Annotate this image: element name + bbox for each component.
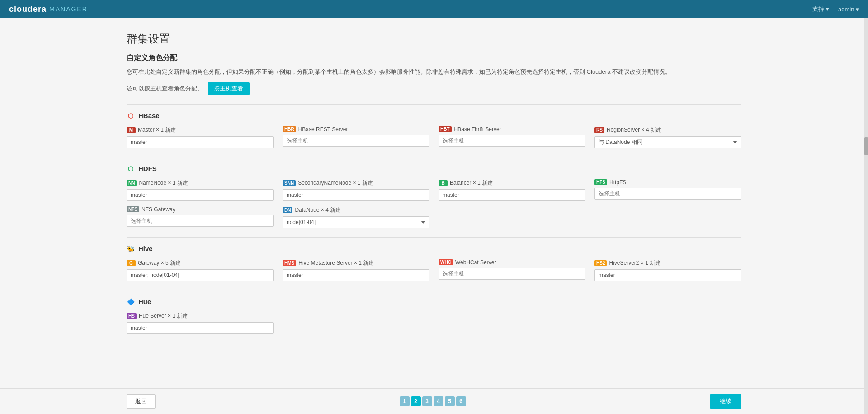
hbase-region-item: RS RegionServer × 4 新建 与 DataNode 相同: [594, 126, 741, 148]
hive-gateway-item: G Gateway × 5 新建: [127, 259, 274, 281]
hdfs-snn-badge: SNN: [283, 180, 296, 186]
hbase-header: ⬡ HBase: [127, 112, 741, 120]
hbase-rest-input[interactable]: [283, 135, 429, 147]
hdfs-nfs-text: NFS Gateway: [142, 206, 175, 213]
hbase-master-text: Master × 1 新建: [138, 126, 176, 134]
hive-roles-grid: G Gateway × 5 新建 HMS Hive Metastore Serv…: [127, 259, 741, 281]
admin-menu[interactable]: admin ▾: [838, 6, 859, 13]
hdfs-balancer-item: B Balancer × 1 新建: [439, 179, 585, 201]
hdfs-snn-input[interactable]: [283, 189, 429, 201]
hive-webhcat-text: WebHCat Server: [455, 259, 496, 266]
hbase-master-input[interactable]: [127, 136, 274, 148]
hdfs-header: ⬡ HDFS: [127, 165, 741, 173]
hdfs-httpfs-text: HttpFS: [609, 179, 626, 186]
hbase-rest-text: HBase REST Server: [298, 126, 348, 133]
hdfs-datanode-select[interactable]: node[01-04]: [283, 216, 429, 228]
pagination: 1 2 3 4 5 6: [400, 396, 466, 406]
hbase-region-badge: RS: [594, 127, 604, 133]
hdfs-httpfs-label: HFS HttpFS: [594, 179, 741, 186]
hive-webhcat-item: WHC WebHCat Server: [439, 259, 585, 281]
hdfs-namenode-input[interactable]: [127, 189, 274, 201]
hive-server2-label: HS2 HiveServer2 × 1 新建: [594, 259, 741, 267]
support-menu[interactable]: 支持 ▾: [812, 5, 829, 13]
hive-icon: 🐝: [127, 245, 135, 253]
hbase-thrift-input[interactable]: [439, 135, 585, 147]
page-title: 群集设置: [127, 32, 741, 46]
hdfs-datanode-badge: DN: [283, 207, 292, 213]
page-2[interactable]: 2: [411, 396, 421, 406]
continue-button[interactable]: 继续: [710, 394, 741, 409]
page-5[interactable]: 5: [445, 396, 455, 406]
hdfs-balancer-badge: B: [439, 180, 448, 186]
hbase-thrift-badge: HBT: [439, 126, 452, 132]
hive-gateway-label: G Gateway × 5 新建: [127, 259, 274, 267]
hue-server-input[interactable]: [127, 322, 274, 334]
hdfs-httpfs-item: HFS HttpFS: [594, 179, 741, 201]
logo-cloudera: cloudera: [9, 5, 47, 14]
hive-title: Hive: [138, 245, 153, 252]
hbase-roles-grid: M Master × 1 新建 HBR HBase REST Server HB…: [127, 126, 741, 148]
page-3[interactable]: 3: [422, 396, 432, 406]
back-button[interactable]: 返回: [127, 394, 156, 409]
page-4[interactable]: 4: [434, 396, 443, 406]
page-1[interactable]: 1: [400, 396, 410, 406]
hdfs-roles-row2: NFS NFS Gateway DN DataNode × 4 新建 node[…: [127, 206, 741, 228]
hive-server2-input[interactable]: [594, 269, 741, 281]
hive-metastore-input[interactable]: [283, 269, 429, 281]
divider-hdfs: [127, 157, 741, 157]
hbase-region-select[interactable]: 与 DataNode 相同: [594, 136, 741, 148]
hdfs-nfs-item: NFS NFS Gateway: [127, 206, 274, 228]
bottom-bar: 返回 1 2 3 4 5 6 继续: [0, 388, 868, 414]
scrollbar-thumb[interactable]: [864, 137, 868, 155]
hive-section: 🐝 Hive G Gateway × 5 新建 HMS Hive Metasto…: [127, 245, 741, 281]
header: cloudera MANAGER 支持 ▾ admin ▾: [0, 0, 868, 18]
host-view-button[interactable]: 按主机查看: [208, 82, 250, 95]
main-content: 群集设置 自定义角色分配 您可在此处自定义新群集的角色分配，但如果分配不正确（例…: [0, 18, 868, 414]
divider-hive: [127, 237, 741, 238]
hdfs-section: ⬡ HDFS NN NameNode × 1 新建 SNN SecondaryN…: [127, 165, 741, 228]
hue-server-badge: HS: [127, 313, 137, 319]
hbase-thrift-label: HBT HBase Thrift Server: [439, 126, 585, 133]
hdfs-httpfs-input[interactable]: [594, 188, 741, 200]
hive-webhcat-badge: WHC: [439, 259, 453, 265]
hbase-region-label: RS RegionServer × 4 新建: [594, 126, 741, 134]
host-view-text: 还可以按主机查看角色分配。: [127, 85, 203, 93]
hive-webhcat-input[interactable]: [439, 268, 585, 280]
hive-metastore-text: Hive Metastore Server × 1 新建: [298, 259, 374, 267]
hbase-rest-item: HBR HBase REST Server: [283, 126, 429, 148]
hdfs-balancer-input[interactable]: [439, 189, 585, 201]
section-subtitle: 自定义角色分配: [127, 53, 741, 63]
description-text: 您可在此处自定义新群集的角色分配，但如果分配不正确（例如，分配到某个主机上的角色…: [127, 67, 741, 77]
page-6[interactable]: 6: [456, 396, 466, 406]
hive-metastore-badge: HMS: [283, 260, 296, 266]
hive-gateway-input[interactable]: [127, 269, 274, 281]
hue-icon: 🔷: [127, 298, 135, 306]
hdfs-namenode-text: NameNode × 1 新建: [139, 179, 188, 187]
hbase-title: HBase: [138, 112, 160, 119]
hdfs-balancer-text: Balancer × 1 新建: [450, 179, 493, 187]
hbase-region-text: RegionServer × 4 新建: [607, 126, 661, 134]
hbase-rest-label: HBR HBase REST Server: [283, 126, 429, 133]
hdfs-nfs-input[interactable]: [127, 215, 274, 227]
divider-top: [127, 104, 741, 105]
logo-area: cloudera MANAGER: [9, 5, 88, 14]
hive-server2-text: HiveServer2 × 1 新建: [609, 259, 660, 267]
hive-metastore-item: HMS Hive Metastore Server × 1 新建: [283, 259, 429, 281]
hbase-master-badge: M: [127, 127, 136, 133]
hue-title: Hue: [138, 298, 151, 305]
hbase-master-item: M Master × 1 新建: [127, 126, 274, 148]
hdfs-nfs-badge: NFS: [127, 206, 139, 212]
hbase-master-label: M Master × 1 新建: [127, 126, 274, 134]
hdfs-httpfs-badge: HFS: [594, 179, 607, 185]
hive-header: 🐝 Hive: [127, 245, 741, 253]
hue-server-item: HS Hue Server × 1 新建: [127, 312, 274, 334]
scrollbar[interactable]: [864, 18, 868, 414]
hdfs-snn-text: SecondaryNameNode × 1 新建: [298, 179, 373, 187]
hive-metastore-label: HMS Hive Metastore Server × 1 新建: [283, 259, 429, 267]
hdfs-roles-row1: NN NameNode × 1 新建 SNN SecondaryNameNode…: [127, 179, 741, 201]
hdfs-snn-label: SNN SecondaryNameNode × 1 新建: [283, 179, 429, 187]
hue-roles-grid: HS Hue Server × 1 新建: [127, 312, 741, 334]
hue-section: 🔷 Hue HS Hue Server × 1 新建: [127, 298, 741, 334]
host-view-row: 还可以按主机查看角色分配。 按主机查看: [127, 82, 741, 95]
hdfs-datanode-item: DN DataNode × 4 新建 node[01-04]: [283, 206, 429, 228]
